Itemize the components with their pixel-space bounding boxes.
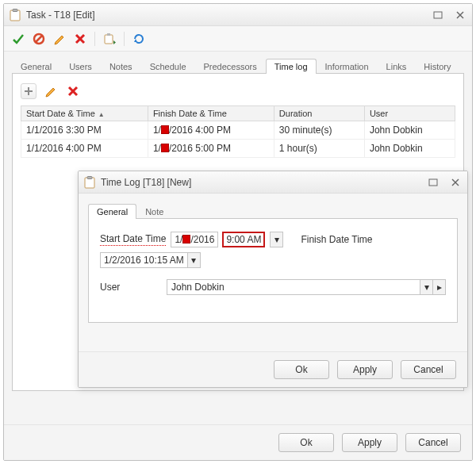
dialog-button-row: Ok Apply Cancel xyxy=(79,351,467,387)
add-button[interactable] xyxy=(21,83,36,99)
cell-user: John Dobkin xyxy=(364,140,455,158)
chevron-down-icon: ▾ xyxy=(270,232,282,247)
table-header-row: Start Date & Time▲ Finish Date & Time Du… xyxy=(21,106,455,121)
main-tabs: General Users Notes Schedule Predecessor… xyxy=(12,55,464,74)
toolbar-separator xyxy=(124,32,125,46)
cell-text: 1/ xyxy=(153,143,161,154)
grid-toolbar xyxy=(21,82,455,101)
cell-user: John Dobkin xyxy=(364,121,455,140)
svg-rect-2 xyxy=(434,12,442,18)
col-start[interactable]: Start Date & Time▲ xyxy=(21,106,148,121)
col-duration[interactable]: Duration xyxy=(274,106,364,121)
svg-rect-10 xyxy=(107,33,110,36)
sort-asc-icon: ▲ xyxy=(98,111,105,118)
svg-rect-19 xyxy=(429,179,437,186)
svg-rect-9 xyxy=(105,35,113,44)
tab-predecessors[interactable]: Predecessors xyxy=(195,59,266,74)
tab-schedule[interactable]: Schedule xyxy=(141,59,195,74)
col-user[interactable]: User xyxy=(364,106,455,121)
finish-date-label: Finish Date Time xyxy=(301,234,372,245)
user-combo[interactable]: John Dobkin ▾ ▸ xyxy=(167,279,446,295)
ok-button[interactable]: Ok xyxy=(278,433,334,452)
tab-time-log[interactable]: Time log xyxy=(266,59,317,74)
time-log-dialog: Time Log [T18] [New] General Note Start … xyxy=(78,171,468,388)
cell-duration: 1 hour(s) xyxy=(274,140,364,158)
clipboard-icon xyxy=(9,8,21,22)
dialog-tabs: General Note xyxy=(88,200,458,219)
delete-row-icon[interactable] xyxy=(65,83,81,99)
start-date-input[interactable]: 1//2016 xyxy=(171,232,218,247)
close-icon[interactable] xyxy=(448,176,463,189)
user-label: User xyxy=(100,282,162,293)
dialog-title: Time Log [T18] [New] xyxy=(101,177,426,188)
delete-x-icon[interactable] xyxy=(72,31,88,47)
finish-date-input[interactable]: 1/2/2016 10:15 AM ▾ xyxy=(100,252,201,268)
tab-information[interactable]: Information xyxy=(317,59,378,74)
cell-start: 1/1/2016 3:30 PM xyxy=(21,121,148,140)
start-date-dropdown[interactable]: ▾ xyxy=(270,232,283,247)
tab-links[interactable]: Links xyxy=(378,59,416,74)
main-window-title: Task - T18 [Edit] xyxy=(26,10,431,21)
text: 1/ xyxy=(175,234,182,245)
red-marker-icon xyxy=(161,125,169,134)
apply-button[interactable]: Apply xyxy=(342,433,397,452)
row-user: User John Dobkin ▾ ▸ xyxy=(100,279,446,295)
chevron-down-icon[interactable]: ▾ xyxy=(187,253,200,267)
main-button-row: Ok Apply Cancel xyxy=(4,424,472,460)
main-titlebar: Task - T18 [Edit] xyxy=(4,4,472,26)
close-icon[interactable] xyxy=(453,9,467,21)
row-dates: Start Date Time 1//2016 9:00 AM ▾ Finish… xyxy=(100,232,446,268)
start-time-highlight[interactable]: 9:00 AM xyxy=(222,232,265,247)
paste-icon[interactable] xyxy=(102,31,117,47)
cell-finish: 1//2016 4:00 PM xyxy=(148,121,274,140)
tab-users[interactable]: Users xyxy=(60,59,101,74)
cell-finish: 1//2016 5:00 PM xyxy=(148,140,274,158)
text: /2016 xyxy=(190,234,214,245)
apply-button[interactable]: Apply xyxy=(337,360,393,379)
cancel-button[interactable]: Cancel xyxy=(401,360,456,379)
dialog-titlebar: Time Log [T18] [New] xyxy=(79,171,467,194)
ok-button[interactable]: Ok xyxy=(274,360,329,379)
svg-line-6 xyxy=(36,36,42,42)
cell-start: 1/1/2016 4:00 PM xyxy=(21,140,148,158)
user-value: John Dobkin xyxy=(167,282,420,293)
dialog-body: Start Date Time 1//2016 9:00 AM ▾ Finish… xyxy=(88,219,458,323)
restore-icon[interactable] xyxy=(431,9,445,21)
refresh-icon[interactable] xyxy=(131,31,147,47)
time-log-table[interactable]: Start Date & Time▲ Finish Date & Time Du… xyxy=(21,105,455,158)
red-marker-icon xyxy=(161,144,169,152)
toolbar-separator xyxy=(94,32,95,46)
svg-rect-18 xyxy=(87,176,92,178)
restore-icon[interactable] xyxy=(426,176,440,189)
cell-text: /2016 4:00 PM xyxy=(169,125,231,136)
tab-notes[interactable]: Notes xyxy=(101,59,141,74)
finish-date-value: 1/2/2016 10:15 AM xyxy=(101,255,187,266)
col-start-label: Start Date & Time xyxy=(26,109,95,118)
start-date-label: Start Date Time xyxy=(100,233,166,246)
red-marker-icon xyxy=(182,235,190,244)
svg-marker-11 xyxy=(113,40,116,44)
chevron-down-icon[interactable]: ▾ xyxy=(420,280,432,294)
tab-history[interactable]: History xyxy=(415,59,459,74)
edit-pencil-icon[interactable] xyxy=(52,31,67,47)
col-finish[interactable]: Finish Date & Time xyxy=(148,106,274,121)
cell-duration: 30 minute(s) xyxy=(274,121,364,140)
tab-dialog-note[interactable]: Note xyxy=(136,204,172,219)
no-entry-icon[interactable] xyxy=(31,31,47,47)
table-row[interactable]: 1/1/2016 4:00 PM 1//2016 5:00 PM 1 hour(… xyxy=(21,140,455,158)
cell-text: /2016 5:00 PM xyxy=(169,143,231,154)
cancel-button[interactable]: Cancel xyxy=(405,433,461,452)
start-time-value: 9:00 AM xyxy=(226,234,261,245)
tab-general[interactable]: General xyxy=(12,59,60,74)
clipboard-icon xyxy=(83,175,96,190)
ok-check-icon[interactable] xyxy=(10,31,26,47)
start-date-value: 1//2016 xyxy=(171,234,217,245)
cell-text: 1/ xyxy=(153,125,161,136)
svg-marker-12 xyxy=(134,39,137,42)
chevron-right-icon[interactable]: ▸ xyxy=(432,280,445,294)
main-toolbar xyxy=(4,26,472,52)
svg-rect-1 xyxy=(13,9,17,11)
edit-row-icon[interactable] xyxy=(43,83,59,99)
tab-dialog-general[interactable]: General xyxy=(88,204,136,219)
table-row[interactable]: 1/1/2016 3:30 PM 1//2016 4:00 PM 30 minu… xyxy=(21,121,455,140)
